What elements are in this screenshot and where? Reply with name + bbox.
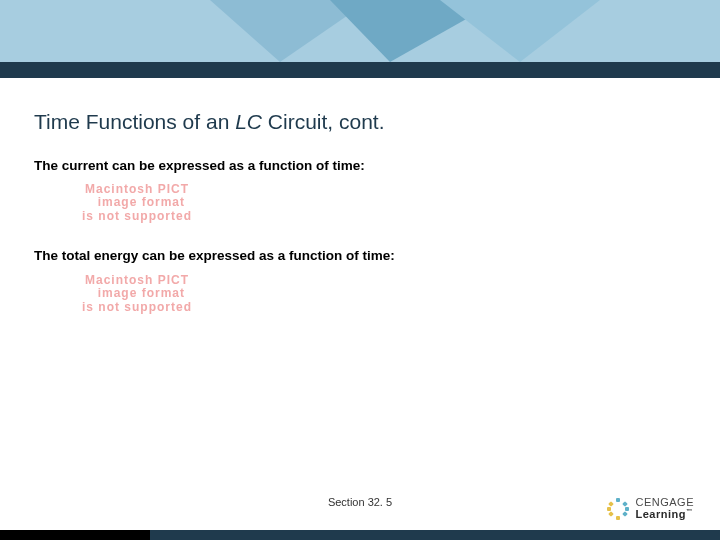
body-text-current: The current can be expressed as a functi… [34, 158, 365, 173]
logo-starburst-icon [607, 498, 629, 520]
cengage-logo: CENGAGE Learning™ [607, 497, 694, 520]
footer-bar [0, 530, 720, 540]
title-italic: LC [235, 110, 262, 133]
slide-title: Time Functions of an LC Circuit, cont. [34, 110, 385, 134]
pict-placeholder-1: Macintosh PICT image format is not suppo… [82, 182, 192, 222]
header-band [0, 0, 720, 78]
logo-line-cengage: CENGAGE [635, 497, 694, 508]
pict-placeholder-2: Macintosh PICT image format is not suppo… [82, 273, 192, 313]
title-pre: Time Functions of an [34, 110, 235, 133]
logo-text: CENGAGE Learning™ [635, 497, 694, 520]
logo-line-learning: Learning™ [635, 508, 694, 520]
header-dark-strip [0, 62, 720, 78]
title-post: Circuit, cont. [262, 110, 385, 133]
body-text-energy: The total energy can be expressed as a f… [34, 248, 395, 263]
slide: Time Functions of an LC Circuit, cont. T… [0, 0, 720, 540]
header-triangle [440, 0, 600, 62]
